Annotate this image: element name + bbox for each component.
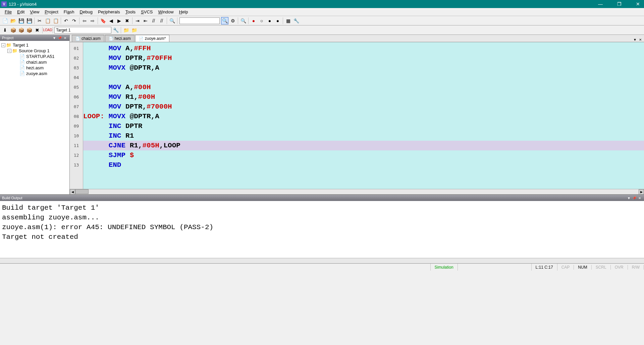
menu-view[interactable]: View xyxy=(27,9,42,15)
panel-close-icon[interactable]: ✕ xyxy=(637,196,642,200)
tab-zuoye[interactable]: 📄 zuoye.asm* xyxy=(135,35,170,42)
status-mode: Simulation xyxy=(431,264,458,271)
project-panel: Project ▼ 📌 ✕ − 📁 Target 1 − 📁 Source Gr… xyxy=(0,35,70,194)
menu-svcs[interactable]: SVCS xyxy=(138,9,155,15)
scroll-left-icon[interactable]: ◀ xyxy=(70,189,75,195)
cut-icon[interactable]: ✂ xyxy=(36,17,43,24)
bookmark-icon[interactable]: 🔖 xyxy=(99,17,107,24)
comment-icon[interactable]: // xyxy=(150,17,157,24)
batch-build-icon[interactable]: 📦 xyxy=(25,26,33,34)
statusbar: Simulation L:11 C:17 CAP NUM SCRL OVR R/… xyxy=(0,263,644,271)
stop-build-icon[interactable]: ✖ xyxy=(34,26,41,34)
editor-hscroll[interactable]: ◀ ▶ xyxy=(70,189,644,194)
project-tree[interactable]: − 📁 Target 1 − 📁 Source Group 1 📄 STARTU… xyxy=(0,41,69,194)
menu-edit[interactable]: Edit xyxy=(14,9,27,15)
build-hscroll[interactable] xyxy=(0,258,644,263)
menu-project[interactable]: Project xyxy=(42,9,61,15)
breakpoint-killall-icon[interactable]: ● xyxy=(274,17,281,24)
copy-icon[interactable]: 📋 xyxy=(44,17,51,24)
file-icon: 📄 xyxy=(19,71,25,76)
code-editor[interactable]: 01020304050607080910111213 MOV A,#FFH MO… xyxy=(70,42,644,189)
maximize-button[interactable]: ❐ xyxy=(614,1,624,7)
menu-help[interactable]: Help xyxy=(176,9,191,15)
status-scrl: SCRL xyxy=(592,265,611,270)
bookmark-prev-icon[interactable]: ◀ xyxy=(107,17,115,24)
breakpoint-kill-icon[interactable]: ● xyxy=(266,17,273,24)
breakpoint-disable-icon[interactable]: ○ xyxy=(258,17,265,24)
minimize-button[interactable]: — xyxy=(596,1,605,7)
open-icon[interactable]: 📂 xyxy=(9,17,17,24)
target-combo[interactable]: Target 1 xyxy=(54,27,111,33)
panel-menu-icon[interactable]: ▼ xyxy=(627,196,631,200)
menu-peripherals[interactable]: Peripherals xyxy=(95,9,123,15)
redo-icon[interactable]: ↷ xyxy=(70,17,78,24)
menu-tools[interactable]: Tools xyxy=(123,9,138,15)
tree-expander-icon[interactable]: − xyxy=(7,49,11,53)
uncomment-icon[interactable]: // xyxy=(158,17,165,24)
window-icon[interactable]: ▦ xyxy=(284,17,292,24)
undo-icon[interactable]: ↶ xyxy=(62,17,70,24)
config-icon[interactable]: 🔧 xyxy=(292,17,300,24)
tabs-menu-icon[interactable]: ▼ xyxy=(633,37,637,42)
insert-breakpoint-icon[interactable]: ⚙ xyxy=(229,17,236,24)
rebuild-icon[interactable]: 📦 xyxy=(17,26,25,34)
menu-file[interactable]: File xyxy=(2,9,14,15)
build-output[interactable]: Build target 'Target 1'assembling zuoye.… xyxy=(0,201,644,258)
find-combo[interactable] xyxy=(179,17,220,24)
tree-expander-icon[interactable]: − xyxy=(1,43,5,47)
scroll-thumb[interactable] xyxy=(75,189,89,194)
tree-file-label: chaizi.asm xyxy=(26,60,47,65)
panel-close-icon[interactable]: ✕ xyxy=(63,36,67,40)
tree-target[interactable]: − 📁 Target 1 xyxy=(1,42,68,48)
nav-back-icon[interactable]: ⇦ xyxy=(81,17,88,24)
editor-tabs: 📄 chaizi.asm 📄 hezi.asm 📄 zuoye.asm* ▼ ✕ xyxy=(70,35,644,42)
bookmark-next-icon[interactable]: ▶ xyxy=(115,17,123,24)
manage2-icon[interactable]: 📁 xyxy=(130,26,138,34)
toolbar-main: 📄 📂 💾 💾 ✂ 📋 📋 ↶ ↷ ⇦ ⇨ 🔖 ◀ ▶ ✖ ⇥ ⇤ // // … xyxy=(0,16,644,25)
panel-menu-icon[interactable]: ▼ xyxy=(52,36,57,40)
tree-file[interactable]: 📄 hezi.asm xyxy=(1,65,68,71)
close-button[interactable]: ✕ xyxy=(633,1,643,7)
target-icon: 📁 xyxy=(6,43,11,48)
menu-flash[interactable]: Flash xyxy=(61,9,77,15)
tree-file[interactable]: 📄 chaizi.asm xyxy=(1,59,68,65)
paste-icon[interactable]: 📋 xyxy=(52,17,59,24)
menu-debug[interactable]: Debug xyxy=(77,9,95,15)
nav-forward-icon[interactable]: ⇨ xyxy=(89,17,96,24)
outdent-icon[interactable]: ⇤ xyxy=(142,17,149,24)
save-icon[interactable]: 💾 xyxy=(17,17,25,24)
tree-file[interactable]: 📄 zuoye.asm xyxy=(1,71,68,76)
debug-icon[interactable]: 🔍 xyxy=(239,17,247,24)
debug-session-icon[interactable]: 🔍 xyxy=(221,17,228,24)
save-all-icon[interactable]: 💾 xyxy=(25,17,33,24)
bookmark-clear-icon[interactable]: ✖ xyxy=(123,17,131,24)
line-gutter: 01020304050607080910111213 xyxy=(70,42,83,189)
build-panel-title: Build Output xyxy=(2,196,22,200)
target-options-icon[interactable]: 🔧 xyxy=(112,26,119,34)
translate-icon[interactable]: ⬇ xyxy=(1,26,9,34)
tabs-close-icon[interactable]: ✕ xyxy=(638,37,643,42)
build-icon[interactable]: 📦 xyxy=(9,26,17,34)
project-panel-header: Project ▼ 📌 ✕ xyxy=(0,35,69,41)
tab-label: zuoye.asm* xyxy=(145,36,166,41)
status-cap: CAP xyxy=(557,265,574,270)
tab-chaizi[interactable]: 📄 chaizi.asm xyxy=(72,35,104,42)
panel-pin-icon[interactable]: 📌 xyxy=(632,196,637,200)
tab-hezi[interactable]: 📄 hezi.asm xyxy=(105,35,135,42)
build-panel: Build Output ▼ 📌 ✕ Build target 'Target … xyxy=(0,194,644,263)
indent-icon[interactable]: ⇥ xyxy=(134,17,141,24)
breakpoint-icon[interactable]: ● xyxy=(250,17,257,24)
tree-file-label: STARTUP.A51 xyxy=(26,54,55,59)
status-rw: R/W xyxy=(628,265,644,270)
panel-pin-icon[interactable]: 📌 xyxy=(57,36,62,40)
download-icon[interactable]: LOAD xyxy=(44,26,51,34)
tree-file[interactable]: 📄 STARTUP.A51 xyxy=(1,54,68,59)
menu-window[interactable]: Window xyxy=(155,9,176,15)
find-in-files-icon[interactable]: 🔍 xyxy=(168,17,176,24)
menubar: File Edit View Project Flash Debug Perip… xyxy=(0,8,644,16)
new-file-icon[interactable]: 📄 xyxy=(1,17,9,24)
tree-group[interactable]: − 📁 Source Group 1 xyxy=(1,48,68,54)
manage-icon[interactable]: 📁 xyxy=(122,26,130,34)
scroll-right-icon[interactable]: ▶ xyxy=(639,189,644,195)
code-area[interactable]: MOV A,#FFH MOV DPTR,#70FFH MOVX @DPTR,A … xyxy=(83,42,644,189)
